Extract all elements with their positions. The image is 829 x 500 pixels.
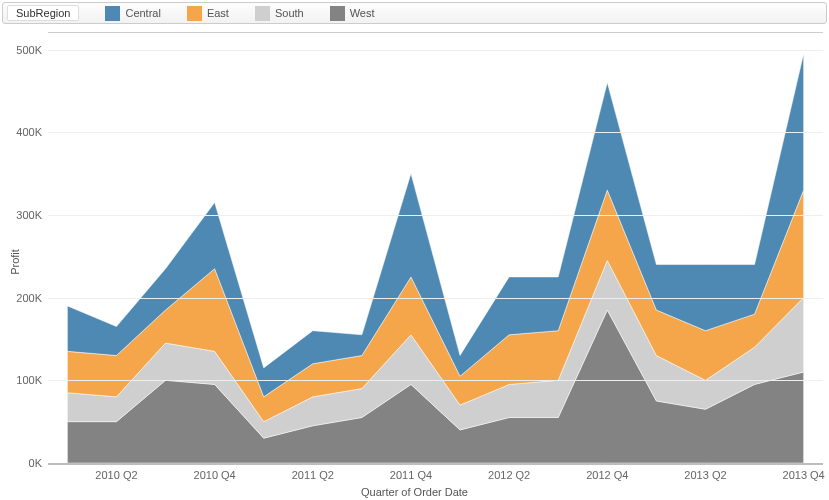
legend-label: Central <box>125 7 160 19</box>
x-tick-label: 2010 Q4 <box>194 469 236 481</box>
legend-label: South <box>275 7 304 19</box>
swatch-south <box>255 6 270 21</box>
x-tick-label: 2011 Q2 <box>292 469 334 481</box>
y-axis-label: Profit <box>9 249 21 275</box>
swatch-east <box>187 6 202 21</box>
legend-item-west[interactable]: West <box>330 6 375 21</box>
y-tick-label: 100K <box>16 374 42 386</box>
x-axis-label: Quarter of Order Date <box>0 486 829 498</box>
x-tick-label: 2012 Q2 <box>488 469 530 481</box>
gridline <box>48 298 823 299</box>
legend-item-south[interactable]: South <box>255 6 304 21</box>
stacked-area-svg <box>48 33 823 463</box>
legend-item-central[interactable]: Central <box>105 6 160 21</box>
chart-area: Profit Quarter of Order Date 0K100K200K3… <box>0 24 829 500</box>
y-tick-label: 300K <box>16 209 42 221</box>
gridline <box>48 463 823 465</box>
x-tick-label: 2013 Q2 <box>684 469 726 481</box>
swatch-central <box>105 6 120 21</box>
swatch-west <box>330 6 345 21</box>
x-tick-label: 2013 Q4 <box>783 469 825 481</box>
x-tick-label: 2011 Q4 <box>390 469 432 481</box>
plot-region[interactable]: 0K100K200K300K400K500K2010 Q22010 Q42011… <box>48 32 823 464</box>
y-tick-label: 0K <box>29 457 42 469</box>
gridline <box>48 380 823 381</box>
gridline <box>48 215 823 216</box>
legend-bar: SubRegion Central East South West <box>2 2 827 24</box>
legend-label: West <box>350 7 375 19</box>
legend-item-east[interactable]: East <box>187 6 229 21</box>
y-tick-label: 500K <box>16 44 42 56</box>
legend-title[interactable]: SubRegion <box>7 5 79 21</box>
x-tick-label: 2012 Q4 <box>586 469 628 481</box>
gridline <box>48 132 823 133</box>
y-tick-label: 200K <box>16 292 42 304</box>
y-tick-label: 400K <box>16 126 42 138</box>
gridline <box>48 50 823 51</box>
legend-label: East <box>207 7 229 19</box>
x-tick-label: 2010 Q2 <box>95 469 137 481</box>
